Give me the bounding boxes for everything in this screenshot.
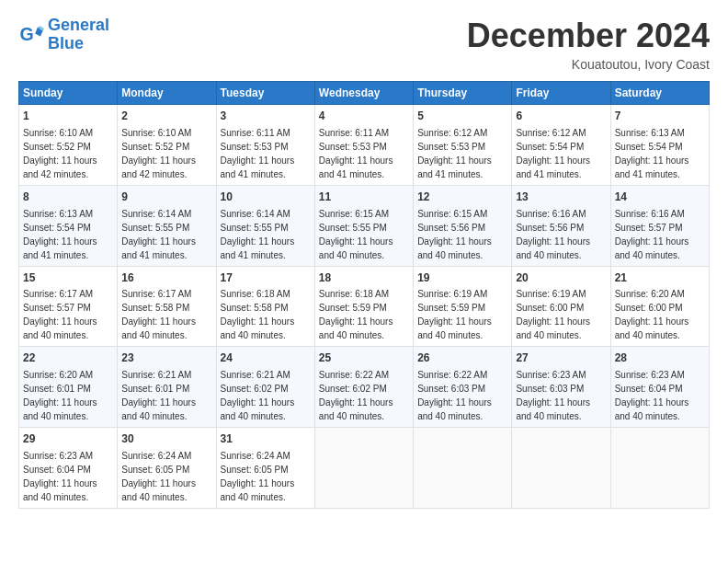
calendar-cell: 25Sunrise: 6:22 AMSunset: 6:02 PMDayligh… [314, 347, 413, 428]
daylight-label: Daylight: 11 hours and 40 minutes. [319, 236, 393, 260]
calendar-cell: 31Sunrise: 6:24 AMSunset: 6:05 PMDayligh… [216, 428, 314, 509]
day-number: 24 [221, 350, 311, 366]
day-number: 17 [221, 270, 311, 286]
daylight-label: Daylight: 11 hours and 40 minutes. [516, 316, 590, 340]
daylight-label: Daylight: 11 hours and 40 minutes. [23, 397, 97, 421]
daylight-label: Daylight: 11 hours and 40 minutes. [221, 478, 295, 502]
sunset-text: Sunset: 5:58 PM [221, 303, 289, 313]
daylight-label: Daylight: 11 hours and 40 minutes. [121, 478, 196, 502]
calendar-cell: 12Sunrise: 6:15 AMSunset: 5:56 PMDayligh… [414, 185, 512, 266]
calendar-cell: 18Sunrise: 6:18 AMSunset: 5:59 PMDayligh… [314, 266, 413, 347]
sunrise-text: Sunrise: 6:21 AM [221, 370, 290, 380]
sunrise-text: Sunrise: 6:23 AM [615, 370, 685, 380]
daylight-label: Daylight: 11 hours and 40 minutes. [516, 236, 590, 260]
sunset-text: Sunset: 5:53 PM [319, 142, 387, 152]
sunrise-text: Sunrise: 6:21 AM [121, 370, 191, 380]
calendar-cell: 15Sunrise: 6:17 AMSunset: 5:57 PMDayligh… [19, 266, 118, 347]
calendar-cell: 6Sunrise: 6:12 AMSunset: 5:54 PMDaylight… [512, 105, 610, 186]
sunset-text: Sunset: 5:59 PM [417, 303, 485, 313]
sunset-text: Sunset: 6:01 PM [121, 384, 189, 394]
sunset-text: Sunset: 5:55 PM [319, 223, 387, 233]
logo-line2: Blue [48, 34, 84, 52]
day-number: 10 [221, 190, 311, 205]
daylight-label: Daylight: 11 hours and 41 minutes. [221, 236, 295, 260]
calendar-cell: 16Sunrise: 6:17 AMSunset: 5:58 PMDayligh… [118, 266, 216, 347]
page: G General Blue December 2024 Kouatoutou,… [0, 0, 728, 563]
title-block: December 2024 Kouatoutou, Ivory Coast [467, 17, 710, 72]
sunset-text: Sunset: 5:52 PM [121, 142, 189, 152]
calendar-cell: 11Sunrise: 6:15 AMSunset: 5:55 PMDayligh… [314, 185, 413, 266]
header-cell-sunday: Sunday [19, 82, 118, 105]
day-number: 9 [121, 190, 211, 205]
week-row-5: 29Sunrise: 6:23 AMSunset: 6:04 PMDayligh… [19, 428, 710, 509]
day-number: 11 [319, 190, 409, 205]
calendar-cell: 29Sunrise: 6:23 AMSunset: 6:04 PMDayligh… [19, 428, 118, 509]
sunrise-text: Sunrise: 6:22 AM [319, 370, 389, 380]
day-number: 1 [23, 109, 113, 124]
daylight-label: Daylight: 11 hours and 40 minutes. [221, 316, 295, 340]
sunrise-text: Sunrise: 6:19 AM [516, 289, 586, 299]
header-cell-wednesday: Wednesday [314, 82, 413, 105]
header-cell-friday: Friday [512, 82, 610, 105]
sunrise-text: Sunrise: 6:19 AM [417, 289, 487, 299]
sunset-text: Sunset: 5:54 PM [516, 142, 584, 152]
sunrise-text: Sunrise: 6:13 AM [615, 128, 685, 138]
sunset-text: Sunset: 6:05 PM [221, 465, 289, 475]
calendar-cell [610, 428, 709, 509]
day-number: 13 [516, 190, 606, 205]
calendar-cell: 3Sunrise: 6:11 AMSunset: 5:53 PMDaylight… [216, 105, 314, 186]
day-number: 6 [516, 109, 606, 124]
week-row-1: 1Sunrise: 6:10 AMSunset: 5:52 PMDaylight… [19, 105, 710, 186]
header-row: SundayMondayTuesdayWednesdayThursdayFrid… [19, 82, 710, 105]
calendar-cell: 24Sunrise: 6:21 AMSunset: 6:02 PMDayligh… [216, 347, 314, 428]
calendar-cell: 2Sunrise: 6:10 AMSunset: 5:52 PMDaylight… [118, 105, 216, 186]
day-number: 12 [417, 190, 507, 205]
sunset-text: Sunset: 5:54 PM [23, 223, 91, 233]
sunrise-text: Sunrise: 6:24 AM [121, 451, 191, 461]
sunset-text: Sunset: 5:55 PM [221, 223, 289, 233]
sunset-text: Sunset: 5:53 PM [221, 142, 289, 152]
calendar-cell: 5Sunrise: 6:12 AMSunset: 5:53 PMDaylight… [414, 105, 512, 186]
day-number: 7 [615, 109, 705, 124]
daylight-label: Daylight: 11 hours and 41 minutes. [615, 155, 689, 179]
day-number: 18 [319, 270, 409, 286]
daylight-label: Daylight: 11 hours and 40 minutes. [615, 236, 689, 260]
calendar-cell: 8Sunrise: 6:13 AMSunset: 5:54 PMDaylight… [19, 185, 118, 266]
location: Kouatoutou, Ivory Coast [467, 57, 710, 72]
sunrise-text: Sunrise: 6:15 AM [319, 209, 389, 219]
sunrise-text: Sunrise: 6:12 AM [417, 128, 487, 138]
day-number: 25 [319, 350, 409, 366]
logo-text: General Blue [48, 17, 109, 53]
calendar-cell: 13Sunrise: 6:16 AMSunset: 5:56 PMDayligh… [512, 185, 610, 266]
sunrise-text: Sunrise: 6:16 AM [516, 209, 586, 219]
calendar-cell: 30Sunrise: 6:24 AMSunset: 6:05 PMDayligh… [118, 428, 216, 509]
sunrise-text: Sunrise: 6:12 AM [516, 128, 586, 138]
sunrise-text: Sunrise: 6:17 AM [121, 289, 191, 299]
daylight-label: Daylight: 11 hours and 42 minutes. [121, 155, 196, 179]
sunrise-text: Sunrise: 6:20 AM [23, 370, 93, 380]
svg-text:G: G [19, 23, 33, 43]
calendar-cell: 9Sunrise: 6:14 AMSunset: 5:55 PMDaylight… [118, 185, 216, 266]
sunrise-text: Sunrise: 6:18 AM [221, 289, 290, 299]
calendar-cell: 19Sunrise: 6:19 AMSunset: 5:59 PMDayligh… [414, 266, 512, 347]
header-cell-saturday: Saturday [610, 82, 709, 105]
day-number: 8 [23, 190, 113, 205]
calendar-cell [414, 428, 512, 509]
calendar-cell: 27Sunrise: 6:23 AMSunset: 6:03 PMDayligh… [512, 347, 610, 428]
day-number: 4 [319, 109, 409, 124]
daylight-label: Daylight: 11 hours and 42 minutes. [23, 155, 97, 179]
daylight-label: Daylight: 11 hours and 41 minutes. [121, 236, 196, 260]
calendar-cell: 28Sunrise: 6:23 AMSunset: 6:04 PMDayligh… [610, 347, 709, 428]
calendar-cell [512, 428, 610, 509]
sunset-text: Sunset: 6:02 PM [319, 384, 387, 394]
daylight-label: Daylight: 11 hours and 40 minutes. [615, 316, 689, 340]
sunset-text: Sunset: 5:54 PM [615, 142, 683, 152]
sunset-text: Sunset: 5:58 PM [121, 303, 189, 313]
calendar-cell: 10Sunrise: 6:14 AMSunset: 5:55 PMDayligh… [216, 185, 314, 266]
sunset-text: Sunset: 5:56 PM [417, 223, 485, 233]
daylight-label: Daylight: 11 hours and 40 minutes. [23, 316, 97, 340]
daylight-label: Daylight: 11 hours and 41 minutes. [221, 155, 295, 179]
sunset-text: Sunset: 5:55 PM [121, 223, 189, 233]
daylight-label: Daylight: 11 hours and 40 minutes. [516, 397, 590, 421]
week-row-2: 8Sunrise: 6:13 AMSunset: 5:54 PMDaylight… [19, 185, 710, 266]
